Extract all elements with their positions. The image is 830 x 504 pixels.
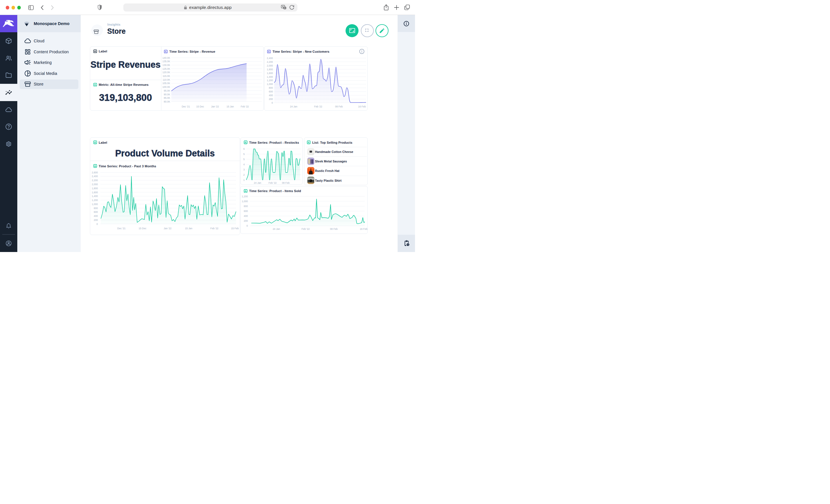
svg-text:Feb '22: Feb '22 [314,105,322,108]
svg-text:15 Feb: 15 Feb [231,227,239,230]
svg-text:Feb '22: Feb '22 [268,181,277,184]
svg-text:1,400: 1,400 [267,75,273,78]
svg-text:130.0K: 130.0K [163,64,170,67]
svg-text:1,800: 1,800 [267,68,273,71]
svg-text:200: 200 [269,98,273,101]
svg-text:Feb '22: Feb '22 [211,227,219,230]
svg-text:4: 4 [243,163,245,166]
svg-text:2,000: 2,000 [92,183,98,186]
svg-text:1,600: 1,600 [92,191,98,194]
svg-text:135.0K: 135.0K [163,60,170,63]
svg-text:400: 400 [244,214,248,217]
svg-text:15 Dec: 15 Dec [139,227,147,230]
svg-text:2,400: 2,400 [267,57,273,60]
svg-text:16 Feb: 16 Feb [358,105,366,108]
svg-text:115.0K: 115.0K [163,75,170,77]
svg-text:1,200: 1,200 [242,195,248,198]
svg-text:2,200: 2,200 [92,179,98,182]
svg-text:100.0K: 100.0K [163,86,170,89]
svg-text:140.0K: 140.0K [163,57,170,59]
svg-text:1,600: 1,600 [267,72,273,75]
svg-text:200: 200 [244,220,248,222]
svg-text:5: 5 [243,153,245,156]
svg-text:120.0K: 120.0K [163,71,170,74]
svg-text:1,200: 1,200 [267,79,273,82]
svg-text:2,000: 2,000 [267,64,273,67]
svg-text:800: 800 [94,207,98,210]
svg-text:2: 2 [243,173,245,176]
svg-text:15 Jan: 15 Jan [185,227,193,230]
svg-text:Dec '21: Dec '21 [182,105,190,108]
svg-text:800: 800 [244,205,248,208]
svg-text:2,600: 2,600 [92,171,98,174]
svg-text:110.0K: 110.0K [163,78,170,81]
svg-text:600: 600 [244,210,248,212]
svg-text:0: 0 [97,223,98,226]
svg-text:15 Dec: 15 Dec [196,105,204,108]
svg-text:5: 5 [243,158,245,161]
svg-text:1: 1 [243,178,245,181]
svg-text:15 Jan: 15 Jan [226,105,234,108]
svg-text:90.0K: 90.0K [164,93,170,96]
svg-text:Feb '22: Feb '22 [241,105,249,108]
svg-text:08 Feb: 08 Feb [282,181,290,184]
svg-text:1,200: 1,200 [92,199,98,202]
svg-text:1,000: 1,000 [267,83,273,86]
svg-text:95.0K: 95.0K [164,89,170,92]
svg-text:200: 200 [94,219,98,222]
svg-text:400: 400 [94,214,98,217]
svg-text:600: 600 [94,210,98,213]
svg-text:0: 0 [272,101,273,104]
svg-text:Jan '22: Jan '22 [164,227,171,230]
svg-text:600: 600 [269,90,273,93]
svg-text:Jan '22: Jan '22 [211,105,219,108]
svg-text:105.0K: 105.0K [163,82,170,85]
svg-text:6: 6 [243,147,245,150]
svg-text:24 Jan: 24 Jan [290,105,297,108]
svg-text:16 Feb: 16 Feb [360,227,368,230]
svg-text:1,400: 1,400 [92,195,98,198]
svg-text:400: 400 [269,94,273,97]
svg-text:1,000: 1,000 [242,200,248,203]
svg-text:1,800: 1,800 [92,187,98,190]
svg-text:Dec '21: Dec '21 [117,227,126,230]
svg-text:800: 800 [269,87,273,89]
svg-text:0: 0 [247,224,248,227]
svg-text:85.0K: 85.0K [164,97,170,99]
svg-text:3: 3 [243,168,245,171]
svg-text:125.0K: 125.0K [163,67,170,70]
svg-text:24 Jan: 24 Jan [254,181,261,184]
svg-text:1,000: 1,000 [92,203,98,206]
svg-text:2,400: 2,400 [92,175,98,178]
svg-text:2,200: 2,200 [267,61,273,63]
svg-text:08 Feb: 08 Feb [335,105,343,108]
svg-text:Feb '22: Feb '22 [301,227,310,230]
svg-text:24 Jan: 24 Jan [273,227,280,230]
svg-text:80.0K: 80.0K [164,100,170,103]
svg-text:08 Feb: 08 Feb [330,227,338,230]
